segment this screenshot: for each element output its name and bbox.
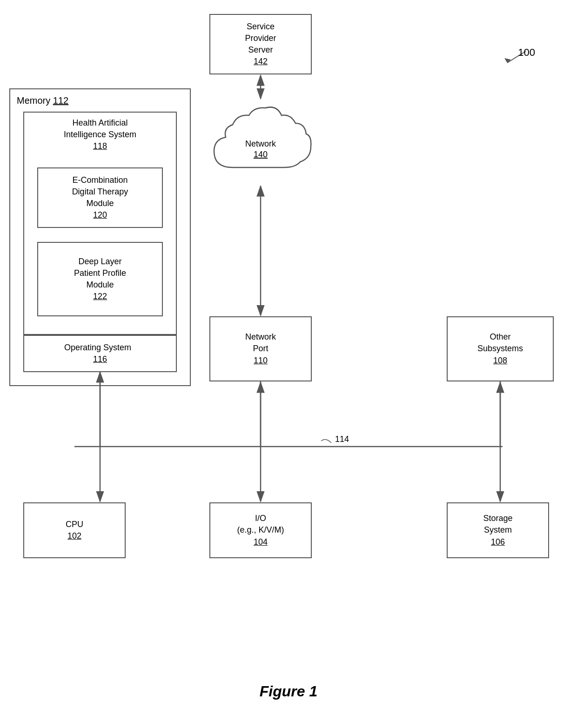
memory-label: Memory 112 [17,94,68,107]
network-cloud: Network 140 [205,98,316,186]
os-box: Operating System 116 [23,335,177,372]
netport-box: NetworkPort110 [209,316,312,381]
deepl-box: Deep LayerPatient ProfileModule122 [37,242,163,316]
figure-label: Figure 1 [260,683,317,700]
storage-box: StorageSystem106 [447,502,549,558]
ref-100-label: 100 [518,47,535,59]
svg-text:Network: Network [245,139,276,148]
sps-box: ServiceProviderServer142 [209,14,312,74]
reference-number: 100 [498,47,535,67]
hais-label: Health ArtificialIntelligence System118 [24,117,176,153]
svg-marker-1 [504,58,511,63]
io-box: I/O(e.g., K/V/M)104 [209,502,312,558]
cpu-box: CPU102 [23,502,126,558]
ecomb-box: E-CombinationDigital TherapyModule120 [37,167,163,228]
svg-text:140: 140 [254,150,268,159]
svg-text:114: 114 [335,434,349,444]
othersub-box: OtherSubsystems108 [447,316,554,381]
